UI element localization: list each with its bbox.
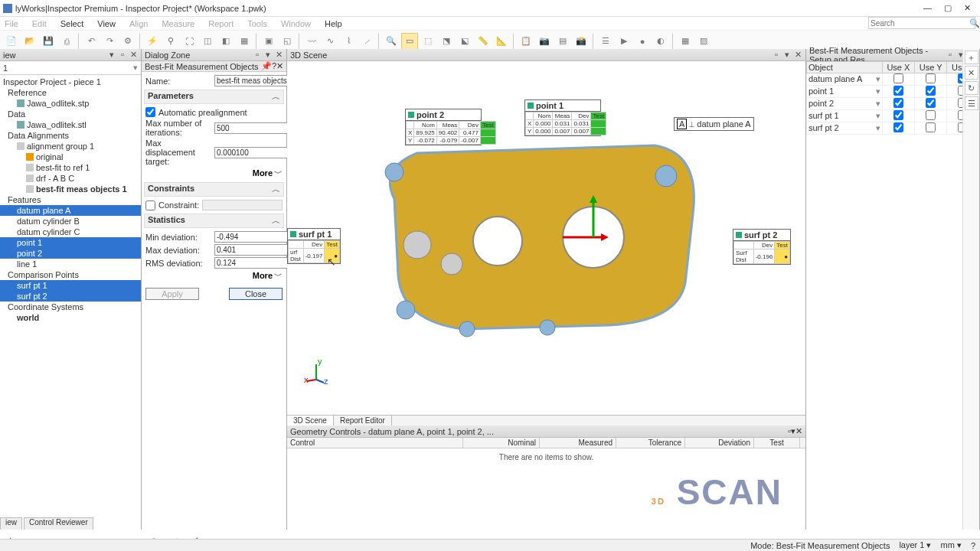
- table-row[interactable]: datum plane A ▾: [807, 73, 979, 86]
- tree-pin-icon[interactable]: ▾: [107, 50, 116, 60]
- tb-curve3[interactable]: ⌇: [340, 33, 357, 50]
- tb-probe5[interactable]: ◧: [217, 33, 234, 50]
- tree-align-group[interactable]: alignment group 1: [0, 141, 141, 152]
- tree-ref-item[interactable]: Jawa_odlitek.stp: [0, 98, 141, 109]
- rtool-refresh[interactable]: ↻: [965, 81, 978, 95]
- search-box[interactable]: 🔍: [868, 17, 975, 29]
- tb-sel2[interactable]: ⬚: [420, 33, 436, 50]
- tb-new[interactable]: 📄: [3, 33, 20, 50]
- tree-root[interactable]: Inspector Project - piece 1: [0, 77, 141, 87]
- menu-select[interactable]: Select: [59, 19, 86, 28]
- table-row[interactable]: surf pt 2 ▾: [807, 122, 979, 135]
- tb-rec[interactable]: ◐: [652, 33, 669, 50]
- section-constraints[interactable]: Constraints︿: [144, 182, 284, 197]
- menu-file[interactable]: File: [3, 19, 20, 28]
- menu-measure[interactable]: Measure: [160, 19, 196, 28]
- tb-curve1[interactable]: 〰: [303, 33, 320, 50]
- tb-cam2[interactable]: 📸: [573, 33, 590, 50]
- menu-window[interactable]: Window: [279, 19, 312, 28]
- status-layer[interactable]: layer 1 ▾: [899, 540, 931, 550]
- tb-probe3[interactable]: ⛶: [181, 33, 198, 50]
- tree-close-icon[interactable]: ✕: [129, 50, 138, 60]
- section-parameters[interactable]: Parameters︿: [144, 90, 284, 104]
- close-dialog-button[interactable]: Close: [229, 288, 283, 300]
- tb-open[interactable]: 📂: [21, 33, 38, 50]
- tb-ang[interactable]: 📐: [493, 33, 510, 50]
- gc-col-nominal[interactable]: Nominal: [463, 438, 540, 448]
- rtool-add[interactable]: ＋: [965, 51, 978, 64]
- dlg-dd-icon[interactable]: ▾: [263, 50, 273, 60]
- rt-col-object[interactable]: Object: [807, 62, 883, 73]
- tb-settings[interactable]: ⚙: [119, 33, 136, 50]
- tb-cube1[interactable]: ▣: [260, 33, 277, 50]
- scene-viewport[interactable]: point 1 NomMeasDevTest X0.0000.0310.031 …: [287, 61, 805, 415]
- dlg-close-icon[interactable]: ✕: [274, 50, 283, 60]
- tb-probe2[interactable]: ⚲: [162, 33, 179, 50]
- constraint-checkbox[interactable]: [145, 201, 155, 210]
- tree-comp-s1[interactable]: surf pt 1: [0, 280, 141, 291]
- tb-cam[interactable]: 📷: [536, 33, 553, 50]
- gc-col-deviation[interactable]: Deviation: [685, 438, 754, 448]
- menu-tools[interactable]: Tools: [246, 19, 269, 28]
- rtool-remove[interactable]: ✕: [965, 66, 978, 80]
- tb-clip[interactable]: 📋: [518, 33, 534, 50]
- gc-col-tolerance[interactable]: Tolerance: [616, 438, 685, 448]
- tree-feat-dpa[interactable]: datum plane A: [0, 205, 141, 216]
- constraint-dd[interactable]: [202, 200, 283, 210]
- tb-probe1[interactable]: ⚡: [144, 33, 161, 50]
- auto-prealign-checkbox[interactable]: [145, 107, 155, 117]
- tree-filter-dd[interactable]: ▾: [133, 63, 138, 73]
- gc-col-measured[interactable]: Measured: [540, 438, 616, 448]
- menu-view[interactable]: View: [96, 19, 117, 28]
- tb-probe4[interactable]: ◫: [199, 33, 216, 50]
- dlg-pin-icon[interactable]: ▫: [253, 50, 262, 60]
- tree-align-drf[interactable]: drf - A B C: [0, 173, 141, 184]
- tree-max-icon[interactable]: ▫: [118, 50, 127, 60]
- tb-cube2[interactable]: ◱: [279, 33, 296, 50]
- tb-stop[interactable]: ●: [634, 33, 651, 50]
- stats-more[interactable]: More: [253, 271, 273, 280]
- tb-undo[interactable]: ↶: [83, 33, 100, 50]
- tb-sel3[interactable]: ⬔: [438, 33, 455, 50]
- section-statistics[interactable]: Statistics︿: [144, 214, 284, 228]
- table-row[interactable]: point 1 ▾: [807, 86, 979, 98]
- tb-curve2[interactable]: ∿: [322, 33, 338, 50]
- callout-datum-plane-a[interactable]: A⟂datum plane A: [674, 117, 754, 131]
- status-unit[interactable]: mm ▾: [940, 540, 961, 550]
- tree-align-bf[interactable]: best-fit to ref 1: [0, 162, 141, 173]
- tab-report-editor[interactable]: Report Editor: [334, 416, 392, 425]
- tb-play[interactable]: ▶: [616, 33, 632, 50]
- tree-feat-dcb[interactable]: datum cylinder B: [0, 216, 141, 227]
- search-icon[interactable]: 🔍: [969, 18, 980, 28]
- close-button[interactable]: ✕: [964, 3, 971, 13]
- apply-button[interactable]: Apply: [145, 288, 199, 300]
- tab-3d-scene[interactable]: 3D Scene: [287, 416, 334, 425]
- tree-comp[interactable]: Comparison Points: [0, 269, 141, 280]
- callout-surfpt2[interactable]: surf pt 2 DevTest Surf Dist-0.196●: [733, 229, 791, 265]
- tb-zoom[interactable]: 🔍: [383, 33, 400, 50]
- tree-data[interactable]: Data: [0, 109, 141, 119]
- menu-report[interactable]: Report: [207, 19, 235, 28]
- tb-grid2[interactable]: ▨: [695, 33, 712, 50]
- tab-control-reviewer[interactable]: Control Reviewer: [24, 517, 93, 530]
- menu-align[interactable]: Align: [128, 19, 149, 28]
- tree-feat-p1[interactable]: point 1: [0, 237, 141, 248]
- rt-col-usey[interactable]: Use Y: [915, 62, 947, 73]
- tb-probe6[interactable]: ▦: [236, 33, 253, 50]
- tree-feat-dcc[interactable]: datum cylinder C: [0, 227, 141, 237]
- tree-data-item[interactable]: Jawa_odlitek.stl: [0, 119, 141, 130]
- tb-table[interactable]: ▤: [554, 33, 571, 50]
- tb-meas[interactable]: 📏: [475, 33, 492, 50]
- gc-col-control[interactable]: Control: [287, 438, 463, 448]
- status-help-icon[interactable]: ?: [971, 541, 975, 550]
- minimize-button[interactable]: —: [923, 3, 932, 13]
- tb-grid1[interactable]: ▦: [677, 33, 694, 50]
- callout-point2[interactable]: point 2 NomMeasDevTest X89.92590.4020.47…: [405, 109, 482, 145]
- tree-align-bfmo[interactable]: best-fit meas objects 1: [0, 184, 141, 194]
- tb-redo[interactable]: ↷: [101, 33, 118, 50]
- tb-sel4[interactable]: ⬕: [456, 33, 473, 50]
- tb-list[interactable]: ☰: [597, 33, 614, 50]
- tree-reference[interactable]: Reference: [0, 87, 141, 98]
- gc-col-test[interactable]: Test: [754, 438, 800, 448]
- rtool-list[interactable]: ☰: [965, 96, 978, 110]
